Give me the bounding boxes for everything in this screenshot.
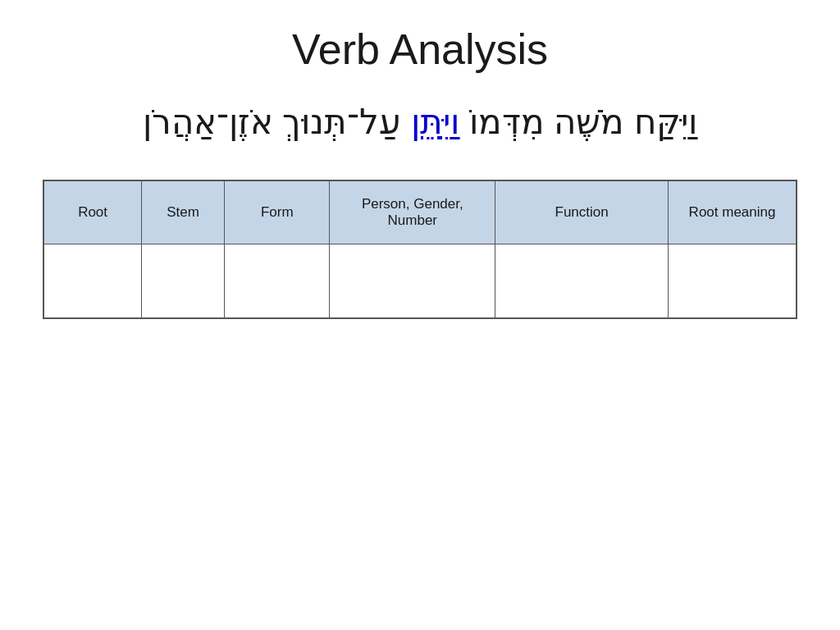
table-row [44,244,797,317]
analysis-table: Root Stem Form Person, Gender, Number Fu… [43,180,797,318]
page-title: Verb Analysis [292,25,548,74]
header-form: Form [225,180,330,244]
cell-root-meaning [669,244,797,317]
cell-root [44,244,142,317]
table-header-row: Root Stem Form Person, Gender, Number Fu… [44,180,797,244]
hebrew-highlighted-word: וַיִּתֵּן [411,103,459,141]
header-root: Root [44,180,142,244]
hebrew-before-highlight: וַיִּקַּח מֹשֶׁה מִדְּמוֹ [459,103,697,141]
header-pgn: Person, Gender, Number [330,180,495,244]
analysis-table-container: Root Stem Form Person, Gender, Number Fu… [43,180,797,319]
hebrew-after-highlight: עַל־תְּנוּךְ אֹזֶן־אַהֲרֹן [143,103,411,141]
header-function: Function [495,180,669,244]
header-stem: Stem [142,180,225,244]
hebrew-sentence: וַיִּקַּח מֹשֶׁה מִדְּמוֹ וַיִּתֵּן עַל־… [143,98,697,147]
cell-stem [142,244,225,317]
cell-form [225,244,330,317]
cell-pgn [330,244,495,317]
header-root-meaning: Root meaning [669,180,797,244]
cell-function [495,244,669,317]
